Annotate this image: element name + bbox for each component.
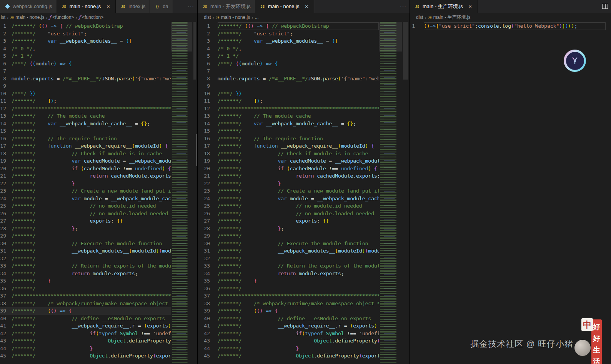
- code-line[interactable]: /******/ (() => { // webpackBootstrap: [12, 22, 171, 30]
- breadcrumb-item[interactable]: ist: [1, 15, 5, 20]
- tab-main - none.js[interactable]: JSmain - none.js×: [255, 0, 315, 13]
- code-line[interactable]: /******/ // Check if module is in cache: [12, 150, 171, 158]
- code-editor[interactable]: 1/******/ (() => { // webpackBootstrap2/…: [0, 22, 197, 364]
- code-line[interactable]: /***************************************…: [12, 292, 171, 300]
- code-line[interactable]: /******/: [218, 127, 379, 135]
- minimap-slider[interactable]: [171, 22, 192, 52]
- code-line[interactable]: /******/ "use strict";: [218, 30, 379, 38]
- code-line[interactable]: /******/ if (cachedModule !== undefined)…: [12, 165, 171, 173]
- code-line[interactable]: /* 0 */,: [12, 45, 171, 53]
- code-editor[interactable]: 1/******/ (() => { // webpackBootstrap2/…: [198, 22, 410, 364]
- code-line[interactable]: /******/: [12, 285, 171, 293]
- split-editor-icon[interactable]: [602, 4, 608, 9]
- tab-index.js[interactable]: JSindex.js: [116, 0, 150, 13]
- code-line[interactable]: /******/ // The require function: [12, 135, 171, 143]
- code-line[interactable]: /******/ Object.defineProperty(exports, …: [218, 352, 379, 360]
- breadcrumb-item[interactable]: JSmain - none.js: [216, 15, 250, 20]
- code-line[interactable]: /******/ // Check if module is in cache: [218, 150, 379, 158]
- code-line[interactable]: /******/ var module = __webpack_module_c…: [218, 195, 379, 203]
- code-line[interactable]: /***/ }): [218, 90, 379, 98]
- code-line[interactable]: /******/ "use strict";: [12, 30, 171, 38]
- tab-da[interactable]: {}da: [150, 0, 173, 13]
- code-line[interactable]: /***/ ((module) => {: [12, 60, 171, 68]
- code-line[interactable]: /******/ // Create a new module (and put…: [12, 187, 171, 195]
- code-line[interactable]: /******/ exports: {}: [218, 217, 379, 225]
- breadcrumb-item[interactable]: JSmain - 生产环境.js: [428, 14, 470, 21]
- code-line[interactable]: /***/ }): [12, 90, 171, 98]
- scrollbar-thumb[interactable]: [403, 22, 408, 80]
- code-line[interactable]: /******/ __webpack_require__.r = (export…: [12, 322, 171, 330]
- breadcrumb-item[interactable]: dist: [204, 15, 211, 20]
- code-line[interactable]: /******/ // define __esModule on exports: [12, 315, 171, 322]
- code-line[interactable]: /******/ // define __esModule on exports: [218, 315, 379, 322]
- code-line[interactable]: /******/ // The module cache: [218, 112, 379, 120]
- code-line[interactable]: /******/ (() => { // webpackBootstrap: [218, 22, 379, 30]
- tab-main - 生产环境.js[interactable]: JSmain - 生产环境.js×: [410, 0, 478, 13]
- close-tab-icon[interactable]: ×: [467, 3, 473, 10]
- code-line[interactable]: /******/: [218, 255, 379, 263]
- code-line[interactable]: /******/ // no module.id needed: [12, 202, 171, 210]
- code-line[interactable]: /******/ // Return the exports of the mo…: [12, 262, 171, 270]
- code-line[interactable]: /******/ // no module.loaded needed: [218, 210, 379, 218]
- code-line[interactable]: /******/ Object.defineProperty(exports, …: [218, 337, 379, 345]
- scrollbar-thumb[interactable]: [193, 22, 196, 80]
- code-line[interactable]: /******/ // Return the exports of the mo…: [218, 262, 379, 270]
- breadcrumb-item[interactable]: JSmain - none.js: [10, 15, 44, 20]
- code-line[interactable]: /******/ // Create a new module (and put…: [218, 187, 379, 195]
- code-line[interactable]: /******/ }: [12, 277, 171, 285]
- code-line[interactable]: /* 0 */,: [218, 45, 379, 53]
- code-line[interactable]: /******/ }: [218, 345, 379, 352]
- code-line[interactable]: /* 1 */: [218, 52, 379, 60]
- code-line[interactable]: /******/ (() => {: [218, 307, 379, 315]
- breadcrumb-item[interactable]: dist: [416, 15, 423, 20]
- more-actions-icon[interactable]: ···: [400, 3, 406, 10]
- code-line[interactable]: /***************************************…: [218, 105, 379, 113]
- code-line[interactable]: /******/ if (cachedModule !== undefined)…: [218, 165, 379, 173]
- code-line[interactable]: /******/: [12, 127, 171, 135]
- code-line[interactable]: /******/ // Execute the module function: [218, 240, 379, 248]
- code-line[interactable]: /******/ // Execute the module function: [12, 240, 171, 248]
- code-line[interactable]: [12, 82, 171, 90]
- code-line[interactable]: /******/ var __webpack_modules__ = ([: [12, 37, 171, 45]
- code-line[interactable]: /******/ return module.exports;: [12, 270, 171, 278]
- code-line[interactable]: /******/ var __webpack_module_cache__ = …: [12, 120, 171, 128]
- tab-webpack.config.js[interactable]: webpack.config.js: [0, 0, 57, 13]
- code-editor[interactable]: 1()=>{"use strict";console.log("hello We…: [410, 22, 611, 364]
- code-line[interactable]: /******/: [218, 285, 379, 293]
- code-line[interactable]: /******/ }: [218, 180, 379, 188]
- code-line[interactable]: /******/ // no module.loaded needed: [12, 210, 171, 218]
- sash-handle[interactable]: [196, 134, 197, 166]
- code-line[interactable]: /******/ ]);: [218, 97, 379, 105]
- code-line[interactable]: /******/ Object.defineProperty(exports, …: [12, 337, 171, 345]
- code-line[interactable]: /******/ return cachedModule.exports;: [12, 172, 171, 180]
- code-line[interactable]: /******/ if(typeof Symbol !== 'undefined…: [218, 330, 379, 337]
- tab-main - none.js[interactable]: JSmain - none.js×: [57, 0, 116, 13]
- minimap[interactable]: [171, 22, 192, 364]
- minimap-slider[interactable]: [379, 22, 402, 52]
- code-line[interactable]: /******/ (() => {: [12, 307, 171, 315]
- code-line[interactable]: /******/ // The require function: [218, 135, 379, 143]
- tab-main - 开发环境.js[interactable]: JSmain - 开发环境.js: [198, 0, 255, 13]
- breadcrumb-item[interactable]: ƒ<function>: [49, 15, 74, 20]
- code-line[interactable]: /******/: [12, 232, 171, 240]
- code-line[interactable]: /******/ }: [12, 345, 171, 352]
- code-line[interactable]: /******/ function __webpack_require__(mo…: [12, 142, 171, 150]
- breadcrumb-item[interactable]: ...: [255, 15, 259, 20]
- code-line[interactable]: /******/ };: [218, 225, 379, 233]
- code-line[interactable]: module.exports = /*#__PURE__*/JSON.parse…: [218, 75, 379, 83]
- code-line[interactable]: /******/ var cachedModule = __webpack_mo…: [218, 157, 379, 165]
- more-actions-icon[interactable]: ···: [188, 3, 194, 10]
- code-line[interactable]: /******/ // no module.id needed: [218, 202, 379, 210]
- code-line[interactable]: /******/ // The module cache: [12, 112, 171, 120]
- code-line[interactable]: /******/ return cachedModule.exports;: [218, 172, 379, 180]
- code-line[interactable]: /******/: [218, 232, 379, 240]
- code-line[interactable]: /******/ if(typeof Symbol !== 'undefined…: [12, 330, 171, 337]
- code-line[interactable]: module.exports = /*#__PURE__*/JSON.parse…: [12, 75, 171, 83]
- code-line[interactable]: /******/ exports: {}: [12, 217, 171, 225]
- code-line[interactable]: /***************************************…: [12, 105, 171, 113]
- close-tab-icon[interactable]: ×: [105, 3, 111, 10]
- code-line[interactable]: /******/ ]);: [12, 97, 171, 105]
- code-line[interactable]: /******/ var __webpack_module_cache__ = …: [218, 120, 379, 128]
- code-line[interactable]: /******/ __webpack_modules__[moduleId](m…: [12, 247, 171, 255]
- code-line[interactable]: /******/ var __webpack_modules__ = ([: [218, 37, 379, 45]
